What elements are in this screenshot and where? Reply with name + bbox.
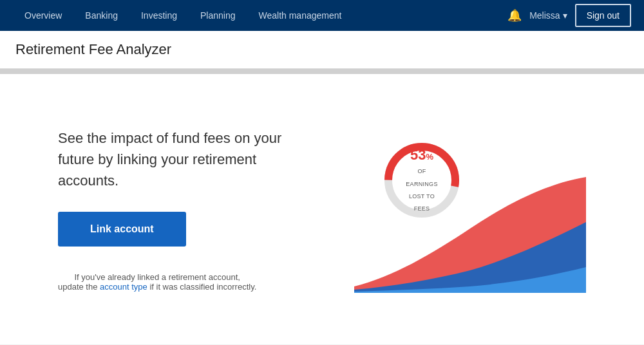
left-section: See the impact of fund fees on yourfutur… xyxy=(58,127,303,292)
page-header: Retirement Fee Analyzer xyxy=(0,31,644,69)
navbar: Overview Banking Investing Planning Weal… xyxy=(0,0,644,31)
gray-separator xyxy=(0,69,644,74)
nav-right: 🔔 Melissa ▾ Sign out xyxy=(507,4,631,27)
sign-out-button[interactable]: Sign out xyxy=(575,4,631,27)
bell-icon[interactable]: 🔔 xyxy=(507,8,522,23)
nav-investing[interactable]: Investing xyxy=(129,1,189,30)
chevron-down-icon: ▾ xyxy=(563,10,567,21)
nav-planning[interactable]: Planning xyxy=(189,1,247,30)
nav-links: Overview Banking Investing Planning Weal… xyxy=(13,1,507,30)
footer-suffix: if it was classified incorrectly. xyxy=(147,282,257,292)
user-name: Melissa xyxy=(529,10,560,21)
page-title: Retirement Fee Analyzer xyxy=(15,41,629,58)
main-content: See the impact of fund fees on yourfutur… xyxy=(0,74,644,344)
donut-percent: 53% xyxy=(410,147,433,163)
footer-note: If you've already linked a retirement ac… xyxy=(58,272,256,292)
wave-chart xyxy=(354,177,586,293)
nav-banking[interactable]: Banking xyxy=(73,1,129,30)
right-section: 53% OF EARNINGS LOST TO FEES xyxy=(354,126,586,293)
nav-wealth[interactable]: Wealth management xyxy=(247,1,354,30)
user-menu[interactable]: Melissa ▾ xyxy=(529,10,567,21)
link-account-button[interactable]: Link account xyxy=(58,212,186,247)
nav-overview[interactable]: Overview xyxy=(13,1,73,30)
account-type-link[interactable]: account type xyxy=(100,282,147,292)
promo-text: See the impact of fund fees on yourfutur… xyxy=(58,127,303,191)
